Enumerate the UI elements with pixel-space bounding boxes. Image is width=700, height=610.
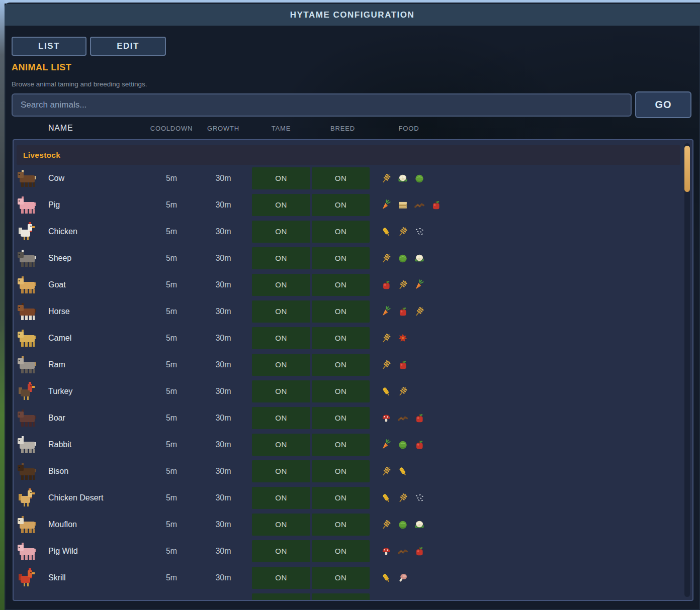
food-list — [381, 333, 408, 344]
animal-icon — [17, 541, 48, 561]
tame-toggle[interactable]: ON — [252, 380, 310, 402]
animal-name: Camel — [48, 334, 148, 343]
wheat-icon — [381, 519, 392, 530]
tame-toggle[interactable] — [252, 593, 310, 601]
apple-icon — [397, 359, 408, 370]
animal-icon — [17, 568, 48, 588]
cabbage-icon — [397, 439, 408, 450]
breed-toggle[interactable]: ON — [312, 434, 370, 456]
cooldown-value: 5m — [148, 174, 195, 183]
wheat-icon — [381, 359, 392, 370]
tame-toggle[interactable]: ON — [252, 434, 310, 456]
tab-list[interactable]: LIST — [12, 37, 86, 56]
growth-value: 30m — [195, 440, 252, 449]
tame-toggle[interactable]: ON — [252, 327, 310, 349]
tame-toggle[interactable]: ON — [252, 540, 310, 562]
growth-value: 30m — [195, 360, 252, 369]
breed-toggle[interactable] — [312, 593, 370, 601]
config-panel: HYTAME CONFIGURATION LIST EDIT ANIMAL LI… — [5, 3, 700, 610]
tame-toggle[interactable]: ON — [252, 221, 310, 243]
animal-icon — [17, 408, 48, 428]
food-list — [381, 572, 408, 583]
tame-toggle[interactable]: ON — [252, 247, 310, 269]
animal-name: Pig Wild — [48, 547, 148, 556]
wheat-icon — [381, 333, 392, 344]
breed-toggle[interactable]: ON — [312, 300, 370, 323]
breed-toggle[interactable]: ON — [312, 221, 370, 243]
animal-icon — [17, 355, 48, 375]
cooldown-value: 5m — [148, 440, 195, 449]
tame-toggle[interactable]: ON — [252, 300, 310, 323]
wheat-icon — [397, 492, 408, 503]
tame-toggle[interactable]: ON — [252, 514, 310, 536]
breed-toggle[interactable]: ON — [312, 567, 370, 589]
tame-toggle[interactable]: ON — [252, 354, 310, 376]
tame-toggle[interactable]: ON — [252, 460, 310, 482]
carrot-icon — [381, 306, 392, 317]
cooldown-value: 5m — [148, 254, 195, 263]
tame-toggle[interactable]: ON — [252, 567, 310, 589]
growth-value: 30m — [195, 307, 252, 316]
breed-toggle[interactable]: ON — [312, 514, 370, 536]
go-button[interactable]: GO — [635, 91, 691, 118]
breed-toggle[interactable]: ON — [312, 167, 370, 189]
column-headers: NAME COOLDOWN GROWTH TAME BREED FOOD — [17, 124, 693, 133]
food-list — [381, 226, 425, 237]
animal-row: Mouflon 5m 30m ON ON — [17, 511, 680, 538]
food-list — [381, 306, 425, 317]
tame-toggle[interactable]: ON — [252, 274, 310, 296]
animal-icon — [17, 275, 48, 295]
breed-toggle[interactable]: ON — [312, 380, 370, 402]
breed-toggle[interactable]: ON — [312, 540, 370, 562]
scrollbar-thumb[interactable] — [684, 146, 690, 192]
food-list — [381, 519, 425, 530]
wheat-icon — [414, 306, 425, 317]
tame-toggle[interactable]: ON — [252, 487, 310, 509]
corn-icon — [397, 466, 408, 477]
animal-name: Mouflon — [48, 520, 148, 529]
growth-value: 30m — [195, 280, 252, 289]
animal-row: Pig Wild 5m 30m ON ON — [17, 538, 680, 564]
cooldown-value: 5m — [148, 467, 195, 476]
breed-toggle[interactable]: ON — [312, 460, 370, 482]
page-subtitle: Browse animal taming and breeding settin… — [12, 80, 147, 88]
animal-icon — [17, 328, 48, 348]
column-header-cooldown: COOLDOWN — [148, 125, 195, 132]
food-list — [381, 359, 408, 370]
food-list — [381, 466, 408, 477]
cooldown-value: 5m — [148, 334, 195, 343]
tab-edit[interactable]: EDIT — [90, 37, 166, 56]
apple-icon — [397, 306, 408, 317]
breed-toggle[interactable]: ON — [312, 407, 370, 429]
search-input[interactable] — [12, 93, 632, 117]
animal-name: Horse — [48, 307, 148, 316]
breed-toggle[interactable]: ON — [312, 247, 370, 269]
breed-toggle[interactable]: ON — [312, 354, 370, 376]
animal-row: Rabbit 5m 30m ON ON — [17, 431, 680, 458]
scrollbar-track[interactable] — [684, 143, 690, 597]
tame-toggle[interactable]: ON — [252, 194, 310, 216]
animal-name: Boar — [48, 414, 148, 423]
breed-toggle[interactable]: ON — [312, 274, 370, 296]
animal-row: Sheep 5m 30m ON ON — [17, 245, 680, 271]
tame-toggle[interactable]: ON — [252, 167, 310, 189]
tame-toggle[interactable]: ON — [252, 407, 310, 429]
red-leaf-icon — [397, 333, 408, 344]
growth-value: 30m — [195, 414, 252, 423]
breed-toggle[interactable]: ON — [312, 487, 370, 509]
growth-value: 30m — [195, 573, 252, 582]
corn-icon — [381, 492, 392, 503]
animal-row: Cow 5m 30m ON ON — [17, 165, 680, 191]
apple-icon — [381, 279, 392, 290]
breed-toggle[interactable]: ON — [312, 194, 370, 216]
food-list — [381, 413, 425, 424]
food-list — [381, 199, 442, 211]
column-header-tame: TAME — [252, 125, 310, 132]
animal-name: Bison — [48, 467, 148, 476]
food-list — [381, 253, 425, 264]
cauliflower-icon — [414, 253, 425, 264]
animal-name: Turkey — [48, 387, 148, 396]
corn-icon — [381, 386, 392, 397]
breed-toggle[interactable]: ON — [312, 327, 370, 349]
column-header-breed: BREED — [312, 125, 370, 132]
